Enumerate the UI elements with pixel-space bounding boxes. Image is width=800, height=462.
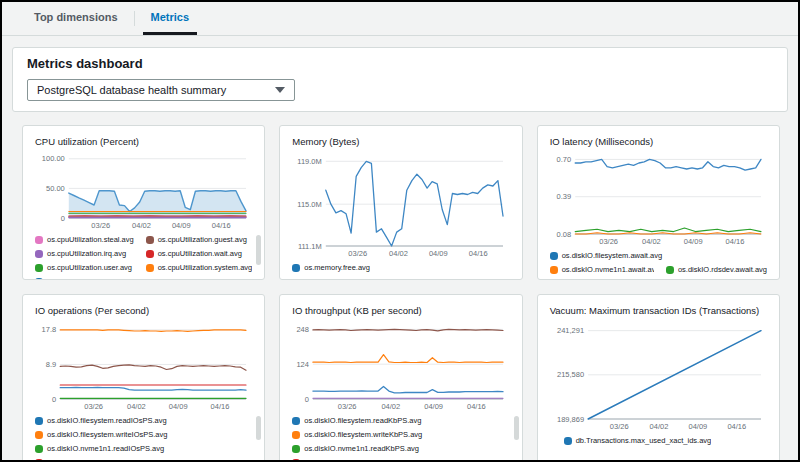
legend-scrollbar[interactable] [514, 416, 519, 440]
legend-item[interactable]: os.diskIO.nvme1n1.writeKbPS.avg [292, 457, 509, 462]
legend-item[interactable]: os.diskIO.filesystem.writeKbPS.avg [292, 429, 509, 440]
svg-text:248: 248 [297, 325, 310, 334]
svg-text:04/09: 04/09 [429, 249, 448, 258]
legend-label: os.diskIO.filesystem.writeKbPS.avg [304, 429, 422, 440]
app-window: Top dimensions Metrics Metrics dashboard… [0, 0, 800, 462]
legend-label: os.diskIO.filesystem.readIOsPS.avg [47, 415, 167, 426]
chart-title: Vacuum: Maximum transaction IDs (Transac… [550, 305, 767, 316]
chart-plot[interactable]: 17.88.9003/2604/0204/0904/16 [35, 320, 252, 412]
chevron-down-icon [275, 87, 285, 93]
svg-text:04/16: 04/16 [727, 422, 746, 431]
chart-title: Memory (Bytes) [292, 136, 509, 147]
svg-text:03/26: 03/26 [84, 402, 103, 411]
chart-canvas: 17.88.9003/2604/0204/0904/16 [35, 320, 252, 412]
svg-text:04/02: 04/02 [382, 402, 401, 411]
legend-swatch [146, 236, 154, 244]
svg-text:100.00: 100.00 [42, 154, 65, 163]
svg-text:115.0M: 115.0M [298, 200, 322, 209]
svg-text:04/02: 04/02 [132, 221, 151, 230]
tab-divider [134, 11, 135, 26]
chart-canvas: 248124003/2604/0204/0904/16 [292, 320, 509, 412]
svg-text:0.39: 0.39 [556, 192, 571, 201]
chart-canvas: 100.0050.00003/2604/0204/0904/16 [35, 151, 252, 231]
legend-item[interactable]: db.Transactions.max_used_xact_ids.avg [564, 435, 712, 446]
svg-text:111.1M: 111.1M [298, 242, 322, 251]
chart-card-io-throughput: IO throughput (KB per second)248124003/2… [279, 294, 522, 462]
legend-label: os.cpuUtilization.guest.avg [158, 234, 247, 245]
svg-text:119.0M: 119.0M [298, 157, 322, 166]
legend-item[interactable]: os.memory.free.avg [292, 262, 370, 273]
svg-text:03/26: 03/26 [599, 237, 618, 246]
legend-label: os.diskIO.rdsdev.await.avg [678, 264, 767, 275]
chart-plot[interactable]: 119.0M115.0M111.1M03/2604/0204/0904/16 [292, 151, 509, 259]
legend-item[interactable]: os.cpuUtilization.system.avg [146, 262, 253, 273]
svg-text:03/26: 03/26 [349, 249, 368, 258]
legend-item[interactable]: os.diskIO.nvme1n1.readIOsPS.avg [35, 443, 252, 454]
legend-label: os.diskIO.nvme1n1.readIOsPS.avg [47, 443, 164, 454]
legend-swatch [292, 417, 300, 425]
svg-text:04/16: 04/16 [467, 402, 486, 411]
legend-item[interactable]: os.cpuUtilization.guest.avg [146, 234, 253, 245]
legend-item[interactable]: os.diskIO.filesystem.readKbPS.avg [292, 415, 509, 426]
legend-item[interactable]: os.cpuUtilization.steal.avg [35, 234, 142, 245]
svg-text:04/16: 04/16 [725, 237, 744, 246]
legend-swatch [35, 459, 43, 462]
legend-label: db.Transactions.max_used_xact_ids.avg [576, 435, 712, 446]
legend-swatch [35, 264, 43, 272]
legend-item[interactable]: os.diskIO.nvme1n1.writeIOsPS.avg [35, 457, 252, 462]
legend-label: os.cpuUtilization.steal.avg [47, 234, 134, 245]
svg-text:04/16: 04/16 [212, 221, 231, 230]
svg-text:04/02: 04/02 [389, 249, 408, 258]
panel-title: Metrics dashboard [27, 56, 773, 71]
tab-metrics[interactable]: Metrics [143, 2, 198, 35]
chart-plot[interactable]: 241,291215,580189,86903/2604/0204/0904/1… [550, 320, 767, 432]
legend-item[interactable]: os.diskIO.filesystem.readIOsPS.avg [35, 415, 252, 426]
svg-text:0: 0 [305, 395, 309, 404]
chart-title: IO throughput (KB per second) [292, 305, 509, 316]
legend-item[interactable]: os.diskIO.nvme1n1.readKbPS.avg [292, 443, 509, 454]
legend-scrollbar[interactable] [256, 416, 261, 440]
chart-legend: os.diskIO.filesystem.await.avgos.diskIO.… [550, 250, 767, 275]
legend-swatch [666, 266, 674, 274]
legend-item[interactable]: os.diskIO.filesystem.writeIOsPS.avg [35, 429, 252, 440]
metrics-dashboard-panel: Metrics dashboard PostgreSQL database he… [12, 47, 788, 112]
svg-text:241,291: 241,291 [557, 326, 584, 335]
legend-item[interactable]: os.cpuUtilization.wait.avg [146, 248, 253, 259]
tab-top-dimensions[interactable]: Top dimensions [26, 2, 126, 35]
chart-canvas: 119.0M115.0M111.1M03/2604/0204/0904/16 [292, 151, 509, 259]
legend-swatch [292, 445, 300, 453]
chart-plot[interactable]: 100.0050.00003/2604/0204/0904/16 [35, 151, 252, 231]
chart-plot[interactable]: 0.700.390.0803/2604/0204/0904/16 [550, 151, 767, 247]
chart-legend: os.memory.free.avg [292, 262, 509, 273]
legend-swatch [292, 431, 300, 439]
svg-text:124: 124 [297, 360, 310, 369]
legend-scrollbar[interactable] [256, 235, 261, 265]
legend-swatch [35, 236, 43, 244]
chart-card-cpu-utilization: CPU utilization (Percent)100.0050.00003/… [22, 125, 265, 280]
chart-legend: os.cpuUtilization.steal.avgos.cpuUtiliza… [35, 234, 252, 280]
legend-swatch [35, 250, 43, 258]
svg-text:0: 0 [52, 395, 56, 404]
chart-title: CPU utilization (Percent) [35, 136, 252, 147]
legend-item[interactable]: os.diskIO.rdsdev.await.avg [666, 264, 767, 275]
svg-text:215,580: 215,580 [557, 370, 584, 379]
svg-text:04/02: 04/02 [642, 237, 661, 246]
legend-swatch [35, 431, 43, 439]
legend-label: os.diskIO.nvme1n1.await.avg [562, 264, 654, 275]
dashboard-select[interactable]: PostgreSQL database health summary [27, 79, 295, 101]
legend-item[interactable]: os.cpuUtilization.irq.avg [35, 248, 142, 259]
svg-text:0.08: 0.08 [556, 230, 571, 239]
chart-card-memory: Memory (Bytes)119.0M115.0M111.1M03/2604/… [279, 125, 522, 280]
legend-item[interactable]: os.cpuUtilization.user.avg [35, 262, 142, 273]
legend-swatch [146, 264, 154, 272]
legend-item[interactable]: os.diskIO.filesystem.await.avg [550, 250, 767, 261]
legend-label: os.diskIO.filesystem.readKbPS.avg [304, 415, 421, 426]
tab-bar: Top dimensions Metrics [2, 2, 798, 36]
svg-text:04/16: 04/16 [469, 249, 488, 258]
legend-item[interactable]: os.diskIO.nvme1n1.await.avg [550, 264, 654, 275]
legend-label: os.cpuUtilization.system.avg [158, 262, 253, 273]
chart-legend: os.diskIO.filesystem.readIOsPS.avgos.dis… [35, 415, 252, 462]
chart-plot[interactable]: 248124003/2604/0204/0904/16 [292, 320, 509, 412]
legend-swatch [35, 445, 43, 453]
legend-item[interactable]: os.cpuUtilization.nice.avg [35, 276, 142, 280]
